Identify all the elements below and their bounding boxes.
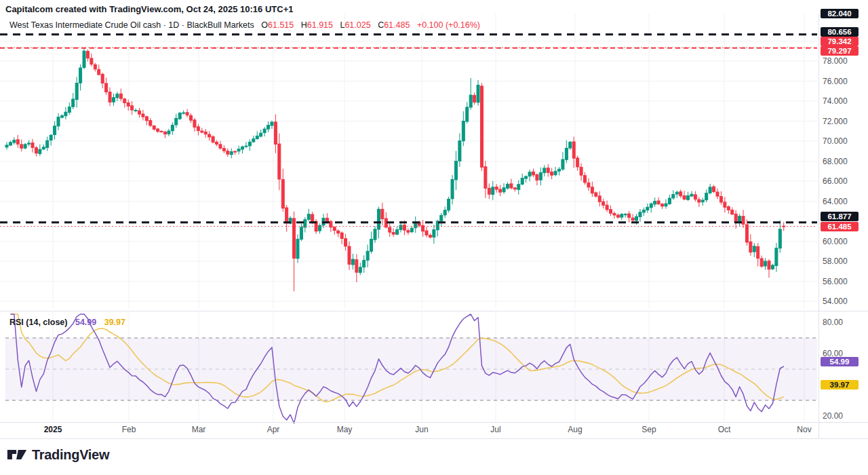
rsi-tick-label: 80.00 <box>823 318 843 327</box>
price-tick-label: 78.000 <box>823 56 848 66</box>
attribution-text: Capitalcom created with TradingView.com,… <box>5 4 293 14</box>
price-tick-label: 76.000 <box>823 77 848 86</box>
ohlc-close-value: 61.485 <box>384 20 410 30</box>
rsi-ma-value: 39.97 <box>104 318 125 327</box>
ohlc-open-value: 61.515 <box>268 20 294 30</box>
ohlc-high-value: 61.915 <box>307 20 333 30</box>
price-axis-label: 80.656 <box>821 27 859 37</box>
rsi-axis-label: 39.97 <box>821 380 859 390</box>
price-axis-label: 82.040 <box>821 9 859 18</box>
rsi-tick-label: 20.00 <box>823 411 843 421</box>
time-axis-label: Aug <box>568 425 582 434</box>
time-axis-label: Jul <box>490 425 500 434</box>
rsi-header: RSI (14, close) 54.99 39.97 <box>9 318 125 327</box>
change-value: +0.100 (+0.16%) <box>417 20 480 30</box>
pane-separator <box>0 311 868 311</box>
price-tick-label: 72.000 <box>823 117 848 126</box>
symbol-header: West Texas Intermediate Crude Oil cash ·… <box>9 20 480 30</box>
time-axis-label: Oct <box>718 425 731 434</box>
rsi-axis-label: 54.99 <box>821 357 859 366</box>
price-tick-label: 74.000 <box>823 96 848 106</box>
time-axis-label: Sep <box>642 425 656 434</box>
time-axis-label: May <box>337 425 353 434</box>
chart-canvas[interactable] <box>0 0 868 475</box>
tradingview-logo-text: TradingView <box>32 447 109 463</box>
price-tick-label: 60.000 <box>823 237 848 246</box>
price-tick-label: 64.000 <box>823 197 848 206</box>
price-tick-label: 58.000 <box>823 256 848 266</box>
chart-bottom-border <box>0 438 868 439</box>
ohlc-high-key: H <box>301 20 307 30</box>
price-axis-label: 79.342 <box>821 37 859 46</box>
time-axis-label: 2025 <box>44 425 62 434</box>
tradingview-logo-icon <box>7 446 27 463</box>
rsi-value: 54.99 <box>75 318 96 327</box>
ohlc-open-key: O <box>261 20 268 30</box>
price-axis-label: 79.297 <box>821 46 859 56</box>
time-axis-label: Jun <box>415 425 428 434</box>
price-tick-label: 66.000 <box>823 176 848 186</box>
price-axis-label: 61.877 <box>821 212 859 221</box>
ohlc-low-value: 61.025 <box>344 20 370 30</box>
ohlc-close-key: C <box>378 20 384 30</box>
time-axis-label: Feb <box>122 425 136 434</box>
price-tick-label: 56.000 <box>823 277 848 286</box>
tradingview-snapshot: { "attribution": "Capitalcom created wit… <box>0 0 868 475</box>
price-axis-label: 61.485 <box>821 222 859 231</box>
tradingview-logo[interactable]: TradingView <box>7 446 109 463</box>
time-axis-separator <box>0 422 868 423</box>
time-axis-label: Mar <box>192 425 206 434</box>
rsi-title: RSI (14, close) <box>9 318 67 327</box>
price-tick-label: 70.000 <box>823 136 848 146</box>
symbol-title: West Texas Intermediate Crude Oil cash ·… <box>9 20 254 30</box>
price-tick-label: 54.000 <box>823 297 848 306</box>
price-tick-label: 68.000 <box>823 157 848 166</box>
time-axis-label: Apr <box>267 425 280 434</box>
price-axis-border <box>818 14 819 438</box>
time-axis-label: Nov <box>797 425 811 434</box>
